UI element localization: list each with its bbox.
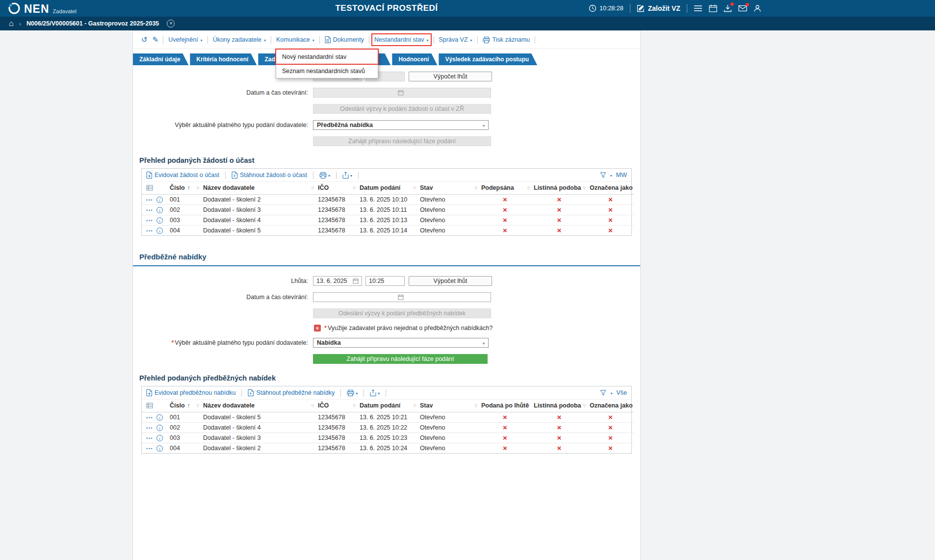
menu-uverejneni[interactable]: Uveřejnění▾ <box>168 36 202 43</box>
column-header-number[interactable]: Číslo↑ ▽ <box>167 400 201 412</box>
calendar-icon[interactable] <box>709 4 717 12</box>
chevron-down-icon[interactable]: ▾ <box>610 174 612 178</box>
tab-zakladni-udaje[interactable]: Základní údaje <box>133 53 188 65</box>
filter-chevron-icon[interactable]: ▽ <box>414 404 416 408</box>
filter-chevron-icon[interactable]: ▽ <box>197 186 199 190</box>
start-next-phase-button[interactable]: Zahájit přípravu následující fáze podání <box>313 354 488 364</box>
filter-icon[interactable] <box>600 390 606 396</box>
info-icon[interactable]: i <box>156 207 163 213</box>
calc-deadlines-button[interactable]: Výpočet lhůt <box>409 276 492 286</box>
filter-chevron-icon[interactable]: ▽ <box>527 186 530 190</box>
home-icon[interactable]: ⌂ <box>9 19 14 28</box>
row-menu-icon[interactable]: ••• <box>146 229 153 233</box>
create-vz-button[interactable]: Založit VZ <box>637 4 680 12</box>
row-menu-icon[interactable]: ••• <box>146 208 153 213</box>
tab-hodnoceni[interactable]: Hodnocení <box>392 53 437 65</box>
print-table-button[interactable]: ▾ <box>347 390 358 396</box>
table-row[interactable]: •••i 002 Dodavatel - školení 4 12345678 … <box>142 422 634 433</box>
tab-kriteria-hodnoceni[interactable]: Kritéria hodnocení <box>190 53 257 65</box>
column-header-ico[interactable]: IČO▽ <box>315 400 357 412</box>
edit-icon[interactable]: ✎ <box>153 35 159 44</box>
table-row[interactable]: •••i 001 Dodavatel - školení 5 12345678 … <box>142 412 634 422</box>
column-header-late[interactable]: Podaná po lhůtě▽ <box>479 400 531 412</box>
info-icon[interactable]: i <box>156 228 163 234</box>
filter-chevron-icon[interactable]: ▽ <box>527 404 530 408</box>
export-table-button[interactable]: ▾ <box>370 389 380 396</box>
column-header-status[interactable]: Stav▽ <box>417 400 479 412</box>
deadline-time-input[interactable]: 10:25 <box>365 276 405 286</box>
download-applications-button[interactable]: Stáhnout žádosti o účast <box>232 172 307 178</box>
column-header-date[interactable]: Datum podání▽ <box>357 400 417 412</box>
menu-tisk-zaznamu[interactable]: Tisk záznamu <box>483 36 530 43</box>
table-row[interactable]: •••i 002 Dodavatel - školení 3 12345678 … <box>142 204 634 215</box>
print-table-button[interactable]: ▾ <box>319 172 330 178</box>
user-icon[interactable] <box>753 4 761 12</box>
info-icon[interactable]: i <box>156 414 163 421</box>
column-header-paper-form[interactable]: Listinná podoba▽ <box>531 182 587 194</box>
calc-deadlines-button[interactable]: Výpočet lhůt <box>409 72 492 81</box>
info-icon[interactable]: i <box>156 425 163 431</box>
download-offers-button[interactable]: Stáhnout předběžné nabídky <box>248 389 335 396</box>
filter-chevron-icon[interactable]: ▽ <box>475 404 477 408</box>
filter-chevron-icon[interactable]: ▽ <box>312 186 314 190</box>
info-icon[interactable]: i <box>156 445 163 452</box>
opening-datetime-input[interactable] <box>313 292 491 302</box>
deadline-date-input[interactable]: 13. 6. 2025 <box>313 276 362 286</box>
breadcrumb-item[interactable]: N006/25/V00005601 - Gastroprovoz 2025-20… <box>26 20 159 27</box>
column-header-date[interactable]: Datum podání▽ <box>357 182 417 194</box>
tab-vysledek[interactable]: Výsledek zadávacího postupu <box>439 53 537 65</box>
register-offer-button[interactable]: Evidovat předběžnou nabídku <box>146 389 235 396</box>
column-header-supplier[interactable]: Název dodavatele▽ <box>201 182 315 194</box>
history-icon[interactable]: ↺ <box>141 35 148 44</box>
column-header-signed[interactable]: Podepsána▽ <box>479 182 531 194</box>
nen-logo[interactable]: NEN Zadavatel <box>0 2 77 15</box>
menu-dokumenty[interactable]: Dokumenty <box>325 36 364 43</box>
table-row[interactable]: •••i 004 Dodavatel - školení 2 12345678 … <box>142 443 634 453</box>
row-menu-icon[interactable]: ••• <box>146 436 153 441</box>
column-header-marked[interactable]: Označena jako nep <box>587 400 634 412</box>
view-selector[interactable]: MW <box>616 172 627 178</box>
filter-icon[interactable] <box>600 172 606 178</box>
close-icon[interactable]: × <box>167 20 175 27</box>
menu-nestandardni-stav[interactable]: Nestandardní stav▾ <box>374 36 428 43</box>
row-menu-icon[interactable]: ••• <box>146 198 153 203</box>
export-table-button[interactable]: ▾ <box>342 172 352 178</box>
column-header-ico[interactable]: IČO▽ <box>315 182 357 194</box>
filter-chevron-icon[interactable]: ▽ <box>583 186 586 190</box>
filter-chevron-icon[interactable]: ▽ <box>475 186 477 190</box>
column-header-status[interactable]: Stav▽ <box>417 182 479 194</box>
filter-chevron-icon[interactable]: ▽ <box>583 404 586 408</box>
filter-chevron-icon[interactable]: ▽ <box>414 186 416 190</box>
row-menu-icon[interactable]: ••• <box>146 218 153 223</box>
download-icon[interactable] <box>724 4 732 12</box>
filter-chevron-icon[interactable]: ▽ <box>312 404 314 408</box>
column-header-marked[interactable]: Označena jako ne <box>587 182 634 194</box>
submission-type-select[interactable]: Nabídka ▾ <box>313 338 489 348</box>
info-icon[interactable]: i <box>156 197 163 203</box>
register-application-button[interactable]: Evidovat žádost o účast <box>146 172 219 178</box>
view-selector[interactable]: Vše <box>616 389 627 396</box>
menu-ukony-zadavatele[interactable]: Úkony zadavatele▾ <box>213 36 266 43</box>
table-row[interactable]: •••i 001 Dodavatel - školení 2 12345678 … <box>142 194 634 204</box>
row-menu-icon[interactable]: ••• <box>146 415 153 420</box>
info-icon[interactable]: i <box>156 217 163 224</box>
chevron-down-icon[interactable]: ▾ <box>610 391 612 396</box>
menu-item-novy-nestandardni-stav[interactable]: Nový nestandardní stav <box>276 50 378 64</box>
menu-komunikace[interactable]: Komunikace▾ <box>276 36 314 43</box>
row-menu-icon[interactable]: ••• <box>146 426 153 431</box>
table-row[interactable]: •••i 003 Dodavatel - školení 4 12345678 … <box>142 215 634 225</box>
menu-item-seznam-nestandardnich-stavu[interactable]: Seznam nestandardních stavů <box>276 64 378 78</box>
menu-icon[interactable] <box>694 5 702 12</box>
table-row[interactable]: •••i 003 Dodavatel - školení 3 12345678 … <box>142 433 634 443</box>
table-row[interactable]: •••i 004 Dodavatel - školení 5 12345678 … <box>142 225 634 235</box>
select-column-header[interactable] <box>142 400 167 412</box>
column-header-number[interactable]: Číslo↑ ▽ <box>167 182 201 194</box>
submission-type-select[interactable]: Předběžná nabídka ▾ <box>313 120 489 130</box>
menu-sprava-vz[interactable]: Správa VZ▾ <box>439 36 472 43</box>
filter-chevron-icon[interactable]: ▽ <box>353 186 356 190</box>
filter-chevron-icon[interactable]: ▽ <box>197 404 199 408</box>
row-menu-icon[interactable]: ••• <box>146 446 153 451</box>
info-icon[interactable]: i <box>156 435 163 441</box>
column-header-paper-form[interactable]: Listinná podoba▽ <box>531 400 587 412</box>
mail-icon[interactable] <box>738 5 747 12</box>
